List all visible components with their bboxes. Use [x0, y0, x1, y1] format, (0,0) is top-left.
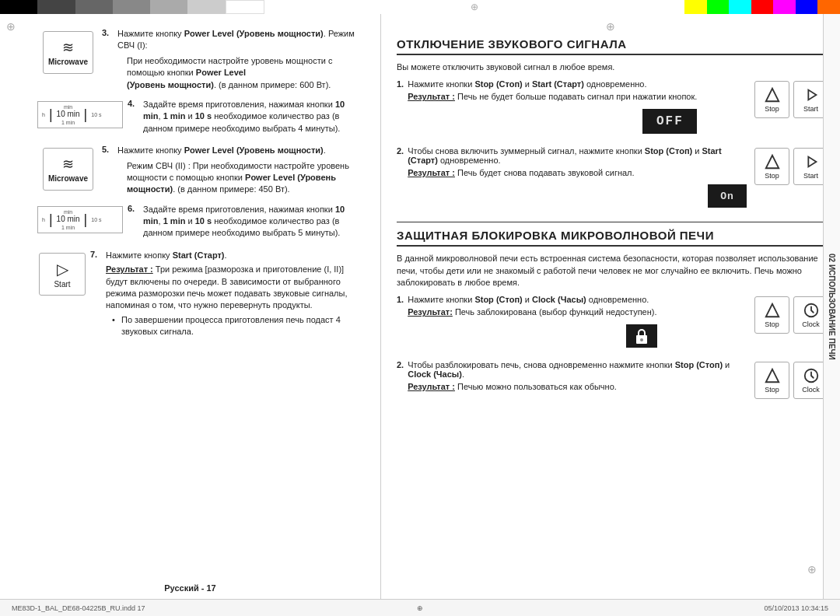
section1-title: ОТКЛЮЧЕНИЕ ЗВУКОВОГО СИГНАЛА: [397, 37, 828, 55]
step4-content: Задайте время приготовления, нажимая кно…: [143, 99, 360, 137]
right-column: ⊕ ОТКЛЮЧЕНИЕ ЗВУКОВОГО СИГНАЛА Вы можете…: [381, 14, 840, 599]
crosshair-bottom-center: ⊕: [284, 604, 556, 612]
stop-clock-pair-1: Stop Clock: [754, 296, 828, 334]
lock-icon: [635, 327, 649, 345]
stop-start-pair-1: Stop Start: [754, 81, 828, 118]
start-icon-pair-2: [803, 153, 820, 170]
step-3: ≋ Microwave 3. Нажмите кнопку Power Leve…: [23, 28, 365, 91]
step5-number: 5.: [102, 145, 113, 154]
stop-btn-1: Stop: [754, 81, 789, 118]
stop-icon-2: [764, 153, 781, 170]
clock-icon-1: [803, 302, 820, 319]
step5-content: Нажмите кнопку Power Level (Уровень мощн…: [117, 145, 360, 196]
section-divider: [397, 222, 828, 222]
microwave-icon-2: ≋: [62, 156, 74, 173]
section2-intro: В данной микроволновой печи есть встроен…: [397, 253, 828, 289]
file-info: ME83D-1_BAL_DE68-04225B_RU.indd 17: [12, 604, 284, 612]
side-tab: 02 ИСПОЛЬЗОВАНИЕ ПЕЧИ: [823, 14, 840, 599]
stop-start-pair-2: Stop Start: [754, 148, 828, 185]
start-icon: ▷: [57, 260, 68, 278]
stop-label-lock-2: Stop: [765, 386, 779, 394]
crosshair-bottom-right: ⊕: [807, 563, 817, 576]
off-display: OFF: [642, 109, 697, 134]
clock-label-1: Clock: [802, 320, 820, 328]
color-bars-top: ⊕: [0, 0, 840, 14]
clock-icon-2: [803, 367, 820, 384]
stop-icon-1: [764, 86, 781, 103]
timer-display-1: h | min 10 min 1 min | 10 s: [37, 101, 123, 128]
stop-icon-lock-1: [764, 302, 781, 319]
step-5: ≋ Microwave 5. Нажмите кнопку Power Leve…: [23, 145, 365, 196]
microwave-btn-1: ≋ Microwave: [39, 31, 97, 74]
step3-number: 3.: [102, 28, 113, 37]
microwave-label-1: Microwave: [48, 58, 88, 66]
stop-clock-pair-2: Stop Clock: [754, 362, 828, 399]
svg-marker-2: [765, 304, 779, 317]
footer-bar: ME83D-1_BAL_DE68-04225B_RU.indd 17 ⊕ 05/…: [0, 599, 840, 616]
start-icon-pair-1: [803, 86, 820, 103]
page-number: Русский - 17: [0, 583, 380, 593]
section-lock: ЗАЩИТНАЯ БЛОКИРОВКА МИКРОВОЛНОВОЙ ПЕЧИ В…: [397, 229, 828, 402]
date-info: 05/10/2013 10:34:15: [556, 604, 828, 612]
step4-number: 4.: [128, 99, 138, 108]
stop-label-2: Stop: [765, 172, 779, 180]
on-display: On: [708, 184, 747, 208]
crosshair-topleft: ⊕: [6, 20, 16, 33]
svg-marker-0: [765, 89, 779, 102]
start-label-pair-2: Start: [803, 172, 818, 180]
step6-content: Задайте время приготовления, нажимая кно…: [143, 204, 360, 242]
start-btn: ▷ Start: [39, 253, 86, 296]
svg-marker-6: [765, 369, 779, 382]
step7-content: Нажмите кнопку Start (Старт). Результат …: [106, 250, 360, 338]
stop-btn-lock-2: Stop: [754, 362, 789, 399]
step-6: h | min 10 min 1 min | 10 s 6. Задайте в…: [23, 204, 365, 242]
stop-btn-lock-1: Stop: [754, 296, 789, 334]
section2-title: ЗАЩИТНАЯ БЛОКИРОВКА МИКРОВОЛНОВОЙ ПЕЧИ: [397, 229, 828, 247]
svg-point-5: [640, 338, 643, 341]
microwave-btn-2: ≋ Microwave: [39, 148, 97, 191]
section1-intro: Вы можете отключить звуковой сигнал в лю…: [397, 61, 828, 73]
right-step-1: Stop Start 1. Нажмите кнопки Stop (Стоп)…: [397, 79, 828, 138]
crosshair-top-center: ⊕: [606, 20, 615, 33]
lock-step-2: Stop Clock 2. Чтобы разблокировать печь,…: [397, 360, 828, 402]
step7-number: 7.: [90, 250, 101, 259]
stop-btn-2: Stop: [754, 148, 789, 185]
clock-label-2: Clock: [802, 386, 820, 394]
stop-icon-lock-2: [764, 367, 781, 384]
start-label: Start: [54, 280, 70, 289]
start-label-pair-1: Start: [803, 105, 818, 113]
stop-label-1: Stop: [765, 105, 779, 113]
step-7: ▷ Start 7. Нажмите кнопку Start (Старт).…: [23, 250, 365, 338]
step3-content: Нажмите кнопку Power Level (Уровень мощн…: [117, 28, 360, 91]
stop-label-lock-1: Stop: [765, 320, 779, 328]
step-4: h | min 10 min 1 min | 10 s 4. Задайте в…: [23, 99, 365, 137]
timer-display-2: h | min 10 min 1 min | 10 s: [37, 206, 123, 233]
microwave-label-2: Microwave: [48, 174, 88, 183]
lock-display: [626, 324, 657, 348]
step6-number: 6.: [128, 204, 138, 213]
right-step-2: Stop Start 2. Чтобы снова включить зумме…: [397, 146, 828, 212]
main-content: ⊕ ≋ Microwave 3. Нажмите кнопку Power Le…: [0, 14, 840, 599]
microwave-icon-1: ≋: [62, 39, 74, 56]
lock-step-1: Stop Clock 1. Нажмите кнопки Stop (Стоп)…: [397, 295, 828, 352]
section-sound: ОТКЛЮЧЕНИЕ ЗВУКОВОГО СИГНАЛА Вы можете о…: [397, 37, 828, 212]
svg-marker-1: [765, 156, 779, 169]
left-column: ⊕ ≋ Microwave 3. Нажмите кнопку Power Le…: [0, 14, 381, 599]
